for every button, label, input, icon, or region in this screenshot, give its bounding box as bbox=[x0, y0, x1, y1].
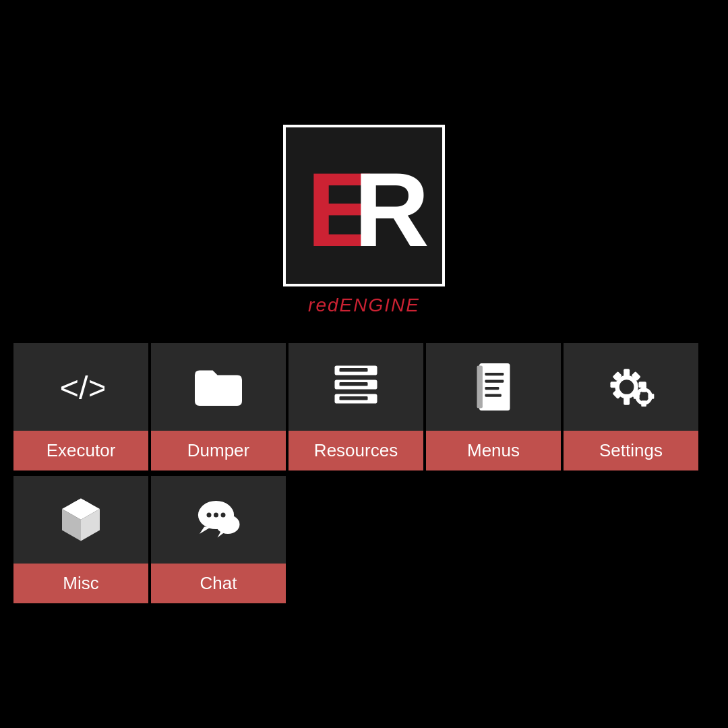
menu-item-settings[interactable]: Settings bbox=[564, 343, 698, 471]
settings-icon-area bbox=[564, 343, 698, 431]
chat-label: Chat bbox=[151, 564, 286, 603]
menu-grid-row2: Misc Chat bbox=[13, 476, 286, 603]
code-icon: </> bbox=[57, 363, 104, 411]
brand-name: redENGINE bbox=[308, 295, 420, 316]
svg-rect-19 bbox=[610, 382, 617, 388]
svg-point-37 bbox=[216, 515, 240, 534]
executor-icon-area: </> bbox=[13, 343, 148, 431]
svg-marker-38 bbox=[218, 532, 226, 538]
menu-grid-row1: </> Executor Dumper Resources bbox=[13, 343, 698, 473]
svg-rect-28 bbox=[641, 400, 646, 406]
svg-rect-30 bbox=[648, 394, 654, 399]
menu-item-misc[interactable]: Misc bbox=[13, 476, 148, 603]
svg-point-39 bbox=[207, 513, 212, 518]
svg-rect-11 bbox=[485, 373, 504, 375]
database-icon bbox=[332, 363, 380, 411]
gear-icon bbox=[607, 363, 655, 411]
svg-point-26 bbox=[641, 394, 647, 400]
svg-rect-17 bbox=[624, 369, 630, 376]
folder-icon bbox=[195, 363, 242, 411]
svg-rect-7 bbox=[340, 382, 368, 386]
svg-text:R: R bbox=[354, 152, 429, 268]
svg-rect-13 bbox=[485, 387, 499, 390]
svg-rect-8 bbox=[340, 396, 368, 400]
svg-point-40 bbox=[214, 513, 218, 518]
svg-rect-23 bbox=[612, 390, 621, 399]
blocks-icon bbox=[57, 496, 104, 543]
svg-rect-14 bbox=[485, 394, 502, 397]
book-icon bbox=[470, 363, 517, 411]
dumper-label: Dumper bbox=[151, 431, 286, 471]
chat-icon-area bbox=[151, 476, 286, 564]
svg-rect-6 bbox=[340, 368, 368, 372]
menu-item-dumper[interactable]: Dumper bbox=[151, 343, 286, 471]
svg-rect-12 bbox=[485, 380, 504, 383]
menu-item-chat[interactable]: Chat bbox=[151, 476, 286, 603]
misc-icon-area bbox=[13, 476, 148, 564]
menu-item-menus[interactable]: Menus bbox=[426, 343, 561, 471]
menu-item-executor[interactable]: </> Executor bbox=[13, 343, 148, 471]
brand-red: red bbox=[308, 295, 339, 315]
logo-container: E R redENGINE bbox=[283, 125, 445, 316]
logo-box: E R bbox=[283, 125, 445, 286]
executor-label: Executor bbox=[13, 431, 148, 471]
dumper-icon-area bbox=[151, 343, 286, 431]
resources-icon-area bbox=[289, 343, 423, 431]
chat-icon bbox=[195, 496, 242, 543]
svg-point-16 bbox=[622, 383, 631, 392]
menu-item-resources[interactable]: Resources bbox=[289, 343, 423, 471]
misc-label: Misc bbox=[13, 564, 148, 603]
logo-inner: E R bbox=[297, 138, 431, 273]
settings-label: Settings bbox=[564, 431, 698, 471]
menus-icon-area bbox=[426, 343, 561, 431]
svg-point-41 bbox=[221, 513, 226, 518]
svg-text:</>: </> bbox=[60, 369, 105, 406]
logo-svg: E R bbox=[297, 138, 431, 273]
svg-rect-18 bbox=[624, 397, 630, 404]
menus-label: Menus bbox=[426, 431, 561, 471]
brand-white: ENGINE bbox=[340, 295, 420, 315]
svg-rect-10 bbox=[477, 366, 483, 408]
svg-rect-27 bbox=[641, 386, 646, 392]
svg-rect-29 bbox=[634, 394, 640, 399]
resources-label: Resources bbox=[289, 431, 423, 471]
